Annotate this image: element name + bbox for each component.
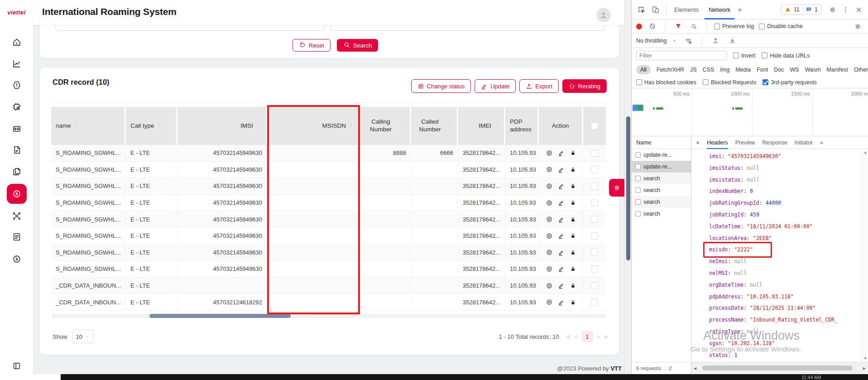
checkbox[interactable] xyxy=(714,24,720,29)
more-tabs-icon[interactable]: » xyxy=(736,6,743,13)
sort-icon[interactable] xyxy=(447,122,452,130)
throttling-dropdown[interactable]: No throttling xyxy=(636,38,667,44)
column-header-called[interactable]: Called Number xyxy=(411,107,458,145)
view-icon[interactable] xyxy=(546,216,553,223)
sidebar-item-hub-network[interactable] xyxy=(12,211,22,221)
edit-icon[interactable] xyxy=(558,265,565,272)
checkbox[interactable] xyxy=(762,53,767,58)
device-toolbar-icon[interactable] xyxy=(649,5,662,14)
chip-manifest[interactable]: Manifest xyxy=(827,67,848,73)
row-checkbox[interactable] xyxy=(591,149,598,157)
network-settings-icon[interactable] xyxy=(852,23,863,30)
prev-page-button[interactable]: ‹ xyxy=(575,333,577,340)
request-row[interactable]: search xyxy=(632,208,691,220)
row-checkbox[interactable] xyxy=(591,232,598,240)
column-header-calling[interactable]: Calling Number xyxy=(360,107,411,145)
more-detail-tabs-icon[interactable]: » xyxy=(820,136,823,149)
windows-taskbar[interactable]: 11:44 AM xyxy=(0,374,868,380)
page-vertical-scrollbar[interactable] xyxy=(624,0,631,374)
edit-icon[interactable] xyxy=(558,183,565,189)
issues-badges[interactable]: 11 1 xyxy=(781,4,821,15)
chip-font[interactable]: Font xyxy=(757,67,768,73)
sidebar-item-home[interactable] xyxy=(12,37,22,47)
detail-tab-preview[interactable]: Preview xyxy=(735,136,755,149)
scrollbar-thumb[interactable] xyxy=(626,116,630,260)
page-size-dropdown[interactable]: 10 xyxy=(72,330,94,343)
table-horizontal-scrollbar[interactable] xyxy=(51,314,606,318)
request-row[interactable]: search xyxy=(632,196,691,208)
blocked-requests-toggle[interactable]: Blocked Requests xyxy=(703,79,757,86)
lock-icon[interactable] xyxy=(570,249,576,256)
sort-icon[interactable] xyxy=(157,122,163,130)
view-icon[interactable] xyxy=(546,199,553,207)
scroll-up-arrow[interactable]: ▲ xyxy=(862,150,868,154)
checkbox[interactable] xyxy=(733,53,739,58)
request-row[interactable]: update-re... xyxy=(632,161,691,173)
scrollbar-thumb[interactable] xyxy=(149,314,291,318)
view-icon[interactable] xyxy=(546,282,553,289)
next-page-button[interactable]: › xyxy=(597,333,599,340)
update-button[interactable]: Update xyxy=(475,79,516,93)
request-checkbox[interactable] xyxy=(635,152,641,158)
network-overview-time-line[interactable]: 500 ms1000 ms1500 ms2000 ms xyxy=(632,88,868,136)
lock-icon[interactable] xyxy=(570,232,576,239)
chip-all[interactable]: All xyxy=(636,65,651,74)
sidebar-item-sim-swap[interactable] xyxy=(12,124,22,134)
export-button[interactable]: Export xyxy=(519,79,559,93)
row-checkbox[interactable] xyxy=(591,183,598,190)
change-status-button[interactable]: Change status xyxy=(411,79,471,93)
chip-fetchxhr[interactable]: Fetch/XHR xyxy=(657,67,684,73)
scrollbar-thumb[interactable] xyxy=(702,366,853,370)
scroll-right-arrow[interactable]: ▶ xyxy=(863,366,866,370)
checkbox[interactable] xyxy=(703,79,709,85)
clear-icon[interactable] xyxy=(647,23,658,30)
lock-icon[interactable] xyxy=(570,282,576,289)
current-page-button[interactable]: 1 xyxy=(581,331,593,342)
user-avatar[interactable] xyxy=(596,8,611,22)
row-checkbox[interactable] xyxy=(591,216,598,223)
chip-other[interactable]: Other xyxy=(854,67,868,73)
edit-icon[interactable] xyxy=(558,282,565,289)
filter-input[interactable] xyxy=(636,51,727,60)
row-checkbox[interactable] xyxy=(591,282,598,289)
floating-settings-button[interactable] xyxy=(609,179,624,197)
rerating-button[interactable]: Rerating xyxy=(562,79,607,93)
column-header-call_type[interactable]: Call type xyxy=(126,107,177,145)
row-checkbox[interactable] xyxy=(591,249,598,256)
row-checkbox[interactable] xyxy=(591,199,598,207)
hide-data-urls-toggle[interactable]: Hide data URLs xyxy=(762,53,810,59)
edit-icon[interactable] xyxy=(558,149,565,156)
sidebar-item-dollar-circle-active[interactable]: $ xyxy=(7,184,27,204)
disable-cache-toggle[interactable]: Disable cache xyxy=(759,23,803,29)
chip-media[interactable]: Media xyxy=(735,67,751,73)
row-checkbox[interactable] xyxy=(591,166,598,173)
sort-icon[interactable] xyxy=(256,122,261,130)
lock-icon[interactable] xyxy=(570,299,576,306)
has-blocked-cookies-toggle[interactable]: Has blocked cookies xyxy=(636,79,696,86)
detail-vertical-scrollbar[interactable]: ▲ ▼ xyxy=(862,149,868,362)
sidebar-collapse-button[interactable] xyxy=(12,361,21,370)
chip-css[interactable]: CSS xyxy=(703,67,715,73)
edit-icon[interactable] xyxy=(558,199,565,206)
row-checkbox[interactable] xyxy=(591,298,598,306)
record-button[interactable] xyxy=(636,24,642,29)
checkbox[interactable] xyxy=(636,79,642,85)
view-icon[interactable] xyxy=(546,232,553,240)
lock-icon[interactable] xyxy=(570,216,576,223)
search-button[interactable]: Search xyxy=(337,39,378,52)
sidebar-item-line-chart[interactable] xyxy=(12,59,22,69)
3rd-party-requests-toggle[interactable]: 3rd-party requests xyxy=(762,79,816,86)
chip-ws[interactable]: WS xyxy=(790,67,799,73)
filter-icon[interactable] xyxy=(673,23,684,30)
column-header-imsi[interactable]: IMSI xyxy=(177,107,267,145)
chip-wasm[interactable]: Wasm xyxy=(805,67,821,73)
first-page-button[interactable]: « xyxy=(567,333,571,340)
sort-icon[interactable] xyxy=(74,122,79,130)
sort-icon[interactable] xyxy=(349,122,354,130)
lock-icon[interactable] xyxy=(570,265,576,272)
lock-icon[interactable] xyxy=(570,149,576,156)
sidebar-item-alert-hexagon[interactable] xyxy=(12,80,22,90)
sidebar-item-copy-pages[interactable] xyxy=(12,167,22,177)
tab-network[interactable]: Network xyxy=(705,0,734,19)
sidebar-item-chip-gear[interactable] xyxy=(12,102,22,112)
